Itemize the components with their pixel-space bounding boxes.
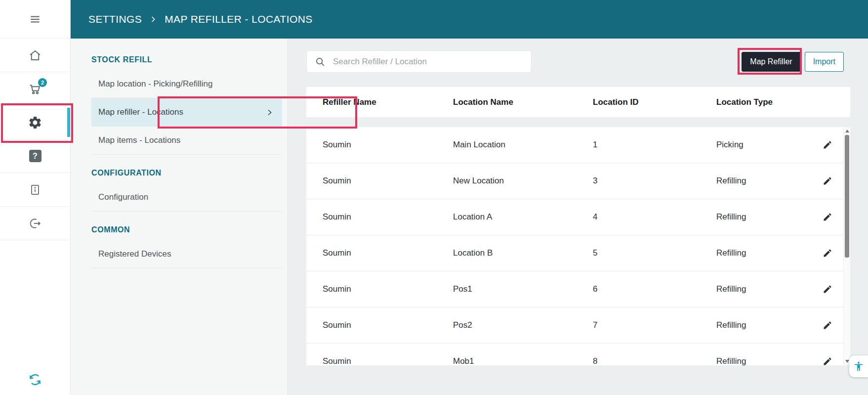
search-input[interactable] bbox=[332, 56, 523, 67]
table-cell: Refilling bbox=[716, 212, 810, 222]
nav-item-label: Registered Devices bbox=[98, 249, 171, 259]
scrollbar-thumb[interactable] bbox=[845, 135, 849, 258]
table-cell: Refilling bbox=[716, 176, 810, 186]
table-body: SouminMain Location1PickingSouminNew Loc… bbox=[306, 127, 850, 365]
edit-button[interactable] bbox=[823, 356, 832, 365]
scrollbar-down-arrow[interactable] bbox=[845, 360, 849, 363]
toolbar: Map Refiller Import bbox=[306, 50, 850, 73]
refresh-icon bbox=[28, 372, 42, 387]
cart-badge: 2 bbox=[38, 78, 47, 87]
column-header-location-name: Location Name bbox=[453, 97, 593, 107]
import-button[interactable]: Import bbox=[805, 52, 844, 72]
breadcrumb-settings[interactable]: SETTINGS bbox=[88, 13, 142, 25]
nav-item-label: Map refiller - Locations bbox=[98, 107, 183, 117]
logout-icon bbox=[29, 217, 41, 230]
nav-item-label: Map items - Locations bbox=[98, 135, 180, 145]
table-cell: New Location bbox=[453, 176, 593, 186]
main-content: Map Refiller Import Refiller Name Locati… bbox=[288, 39, 868, 395]
edit-button[interactable] bbox=[823, 140, 832, 150]
table-cell: Soumin bbox=[323, 212, 453, 222]
column-header-location-type: Location Type bbox=[716, 97, 810, 107]
settings-button[interactable] bbox=[0, 106, 70, 139]
table-row: SouminLocation B5Refilling bbox=[306, 235, 850, 271]
search-icon bbox=[315, 56, 326, 67]
table-cell: 1 bbox=[593, 140, 716, 150]
nav-item-label: Configuration bbox=[98, 192, 148, 202]
cart-button[interactable]: 2 bbox=[0, 72, 70, 106]
table-cell: Pos2 bbox=[453, 320, 593, 330]
table-row: SouminLocation A4Refilling bbox=[306, 199, 850, 235]
nav-item[interactable]: Map refiller - Locations bbox=[91, 98, 282, 127]
table-row: SouminMob18Refilling bbox=[306, 344, 850, 365]
table-cell: Main Location bbox=[453, 140, 593, 150]
menu-icon bbox=[29, 13, 41, 26]
nav-section: CONFIGURATIONConfiguration bbox=[91, 169, 282, 212]
menu-button[interactable] bbox=[0, 0, 70, 39]
icon-rail: 2 ? bbox=[0, 0, 71, 395]
scrollbar-up-arrow[interactable] bbox=[845, 130, 849, 132]
table-cell: Soumin bbox=[323, 320, 453, 330]
table-row: SouminPos27Refilling bbox=[306, 307, 850, 344]
table-cell: Soumin bbox=[323, 140, 453, 150]
nav-section: STOCK REFILLMap location - Picking/Refil… bbox=[91, 55, 282, 155]
table-cell: 6 bbox=[593, 284, 716, 294]
nav-item[interactable]: Registered Devices bbox=[91, 240, 282, 268]
table-body-card: SouminMain Location1PickingSouminNew Loc… bbox=[306, 127, 850, 365]
edit-pencil-icon bbox=[823, 284, 832, 294]
table-cell: Refilling bbox=[716, 248, 810, 258]
table-cell: 4 bbox=[593, 212, 716, 222]
table-cell: Refilling bbox=[716, 320, 810, 330]
edit-button[interactable] bbox=[823, 320, 832, 330]
home-icon bbox=[28, 48, 42, 62]
nav-item[interactable]: Configuration bbox=[91, 183, 282, 212]
nav-section-title: COMMON bbox=[91, 225, 282, 236]
edit-button[interactable] bbox=[823, 176, 832, 186]
accessibility-widget-button[interactable] bbox=[849, 355, 868, 377]
breadcrumb-page-title: MAP REFILLER - LOCATIONS bbox=[165, 13, 312, 25]
subnav: STOCK REFILLMap location - Picking/Refil… bbox=[71, 39, 288, 395]
table-row: SouminMain Location1Picking bbox=[306, 127, 850, 163]
nav-section-title: STOCK REFILL bbox=[91, 55, 282, 66]
table-cell: Soumin bbox=[323, 248, 453, 258]
edit-pencil-icon bbox=[823, 356, 832, 365]
edit-pencil-icon bbox=[823, 248, 832, 258]
refresh-button[interactable] bbox=[0, 372, 70, 387]
table-cell: Location B bbox=[453, 248, 593, 258]
table-header: Refiller Name Location Name Location ID … bbox=[306, 87, 850, 117]
table-cell: Mob1 bbox=[453, 356, 593, 365]
column-header-location-id: Location ID bbox=[593, 97, 716, 107]
gear-icon bbox=[28, 115, 42, 130]
accessibility-icon bbox=[853, 361, 864, 372]
edit-pencil-icon bbox=[823, 320, 832, 330]
logout-button[interactable] bbox=[0, 207, 70, 240]
map-refiller-button[interactable]: Map Refiller bbox=[742, 52, 800, 72]
edit-button[interactable] bbox=[823, 248, 832, 258]
app-root: 2 ? SETTINGS MAP REFILLER - LOCATIONS ST… bbox=[0, 0, 868, 395]
table-cell: 8 bbox=[593, 356, 716, 365]
table-cell: Location A bbox=[453, 212, 593, 222]
nav-item-label: Map location - Picking/Refilling bbox=[98, 79, 213, 89]
home-button[interactable] bbox=[0, 39, 70, 72]
scrollbar[interactable] bbox=[843, 127, 850, 365]
table-cell: Pos1 bbox=[453, 284, 593, 294]
right-column: SETTINGS MAP REFILLER - LOCATIONS STOCK … bbox=[71, 0, 868, 395]
edit-pencil-icon bbox=[823, 212, 832, 222]
table-cell: Soumin bbox=[323, 356, 453, 365]
edit-pencil-icon bbox=[823, 140, 832, 150]
edit-button[interactable] bbox=[823, 284, 832, 294]
table-row: SouminNew Location3Refilling bbox=[306, 163, 850, 199]
help-icon: ? bbox=[29, 150, 41, 162]
nav-item[interactable]: Map location - Picking/Refilling bbox=[91, 70, 282, 98]
table-row: SouminPos16Refilling bbox=[306, 271, 850, 307]
nav-section-title: CONFIGURATION bbox=[91, 169, 282, 179]
table-cell: Soumin bbox=[323, 284, 453, 294]
nav-section: COMMONRegistered Devices bbox=[91, 225, 282, 268]
info-icon bbox=[29, 183, 41, 196]
edit-pencil-icon bbox=[823, 176, 832, 186]
help-button[interactable]: ? bbox=[0, 139, 70, 173]
info-button[interactable] bbox=[0, 173, 70, 207]
column-header-refiller-name: Refiller Name bbox=[323, 97, 453, 107]
nav-item[interactable]: Map items - Locations bbox=[91, 127, 282, 155]
table-cell: 5 bbox=[593, 248, 716, 258]
edit-button[interactable] bbox=[823, 212, 832, 222]
